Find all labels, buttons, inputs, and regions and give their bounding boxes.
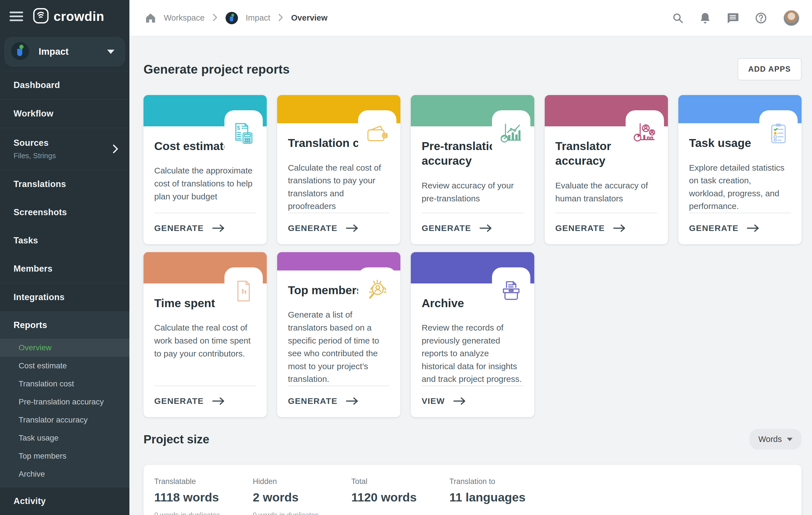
sidebar-item-label: Members bbox=[13, 264, 129, 274]
sidebar-item-workflow[interactable]: Workflow bbox=[0, 99, 129, 128]
sidebar-item-label: Reports bbox=[13, 320, 47, 330]
notifications-icon[interactable] bbox=[700, 12, 710, 24]
clipboard-checklist-icon bbox=[759, 110, 798, 158]
card-action-label: GENERATE bbox=[288, 223, 338, 233]
generate-button[interactable]: GENERATE bbox=[555, 213, 657, 244]
topbar-actions bbox=[672, 10, 800, 26]
card-action-label: GENERATE bbox=[555, 223, 605, 233]
stat-value: 1118 words bbox=[154, 490, 220, 504]
sidebar-item-screenshots[interactable]: Screenshots bbox=[0, 198, 129, 227]
breadcrumb-workspace[interactable]: Workspace bbox=[164, 13, 205, 23]
sidebar-item-reports-task-usage[interactable]: Task usage bbox=[0, 429, 129, 447]
chevron-right-icon bbox=[278, 13, 283, 23]
card-action-label: GENERATE bbox=[288, 396, 338, 406]
sidebar-item-members[interactable]: Members bbox=[0, 255, 129, 283]
sidebar-item-reports[interactable]: Reports bbox=[0, 312, 129, 339]
project-size-stat-translation-to: Translation to11 languages bbox=[450, 477, 526, 515]
report-card-pre-translation-accuracy: Pre-translation accuracyReview accuracy … bbox=[411, 95, 534, 244]
unit-selector[interactable]: Words bbox=[749, 429, 802, 450]
breadcrumb-project-avatar bbox=[226, 12, 238, 24]
menu-icon[interactable] bbox=[9, 11, 23, 21]
arrow-right-icon bbox=[212, 224, 225, 232]
generate-button[interactable]: GENERATE bbox=[689, 213, 791, 244]
project-switcher[interactable]: Impact bbox=[4, 37, 125, 66]
report-card-task-usage: Task usageExplore detailed statistics on… bbox=[678, 95, 802, 244]
generate-button[interactable]: GENERATE bbox=[154, 213, 256, 244]
arrow-right-icon bbox=[746, 224, 760, 232]
sidebar-item-reports-translation-cost[interactable]: Translation cost bbox=[0, 375, 129, 393]
sidebar-item-reports-translator-accuracy[interactable]: Translator accuracy bbox=[0, 411, 129, 429]
sidebar-item-translations[interactable]: Translations bbox=[0, 170, 129, 198]
sidebar-item-dashboard[interactable]: Dashboard bbox=[0, 71, 129, 99]
stat-note: 0 words in duplicates bbox=[154, 511, 220, 515]
stat-label: Translation to bbox=[450, 477, 526, 486]
generate-button[interactable]: GENERATE bbox=[288, 213, 390, 244]
report-cards-grid: $ Cost estimateCalculate the approximate… bbox=[144, 95, 802, 417]
unit-selector-value: Words bbox=[758, 435, 782, 444]
sidebar-item-label: Integrations bbox=[13, 292, 129, 302]
project-avatar bbox=[11, 42, 29, 61]
arrow-right-icon bbox=[345, 397, 359, 405]
sidebar-item-label: Workflow bbox=[13, 109, 129, 119]
arrow-right-icon bbox=[453, 397, 466, 405]
main-area: Workspace Impact Overview bbox=[129, 0, 812, 515]
card-description: Calculate the real cost of translations … bbox=[288, 161, 390, 213]
wallet-icon bbox=[358, 110, 397, 158]
generate-button[interactable]: GENERATE bbox=[154, 385, 256, 417]
generate-button[interactable]: GENERATE bbox=[422, 213, 523, 244]
breadcrumb-current: Overview bbox=[291, 13, 328, 23]
card-action-label: VIEW bbox=[422, 396, 445, 406]
add-apps-button[interactable]: ADD APPS bbox=[737, 58, 802, 80]
help-icon[interactable] bbox=[755, 12, 767, 24]
report-card-translator-accuracy: Translator accuracyEvaluate the accuracy… bbox=[545, 95, 668, 244]
content: Generate project reports ADD APPS $ Cost… bbox=[129, 36, 812, 515]
sidebar-header: crowdin bbox=[0, 0, 129, 33]
chevron-down-icon bbox=[107, 50, 114, 54]
project-size-stat-translatable: Translatable1118 words0 words in duplica… bbox=[154, 477, 220, 515]
generate-button[interactable]: GENERATE bbox=[288, 385, 390, 417]
card-description: Review the records of previously generat… bbox=[422, 321, 523, 385]
stat-note: 0 words in duplicates bbox=[253, 511, 318, 515]
app: crowdin Impact DashboardWorkflowSourcesF… bbox=[0, 0, 812, 515]
sidebar-item-reports-cost-estimate[interactable]: Cost estimate bbox=[0, 357, 129, 375]
sidebar-item-tasks[interactable]: Tasks bbox=[0, 227, 129, 255]
stat-value: 11 languages bbox=[450, 490, 526, 504]
sidebar-footer: Activity bbox=[0, 487, 129, 515]
report-card-top-members: Top membersGenerate a list of translator… bbox=[277, 252, 400, 417]
arrow-right-icon bbox=[613, 224, 626, 232]
page-title: Generate project reports bbox=[144, 62, 290, 77]
search-icon[interactable] bbox=[672, 12, 684, 24]
sidebar-item-reports-overview[interactable]: Overview bbox=[0, 339, 129, 357]
sidebar-item-reports-pre-translation-accuracy[interactable]: Pre-translation accuracy bbox=[0, 393, 129, 411]
crowdin-logo[interactable]: crowdin bbox=[33, 8, 104, 25]
sidebar-item-sources[interactable]: SourcesFiles, Strings bbox=[0, 128, 129, 170]
sidebar-item-reports-top-members[interactable]: Top members bbox=[0, 447, 129, 465]
project-size-stat-hidden: Hidden2 words0 words in duplicates bbox=[253, 477, 318, 515]
report-card-translation-cost: Translation costCalculate the real cost … bbox=[277, 95, 400, 244]
card-description: Review accuracy of your pre-translations bbox=[422, 179, 523, 205]
invoice-calculator-icon: $ bbox=[225, 110, 263, 158]
report-card-archive: ArchiveReview the records of previously … bbox=[411, 252, 534, 417]
project-size-title: Project size bbox=[144, 433, 209, 446]
crowdin-logo-icon bbox=[33, 8, 49, 25]
sidebar-item-integrations[interactable]: Integrations bbox=[0, 283, 129, 311]
messages-icon[interactable] bbox=[727, 12, 739, 24]
project-size-card: Translatable1118 words0 words in duplica… bbox=[144, 465, 802, 515]
breadcrumb-project[interactable]: Impact bbox=[246, 13, 270, 23]
project-size-stat-total: Total1120 words bbox=[351, 477, 417, 515]
user-avatar[interactable] bbox=[783, 10, 800, 26]
report-card-cost-estimate: $ Cost estimateCalculate the approximate… bbox=[144, 95, 267, 244]
view-button[interactable]: VIEW bbox=[422, 385, 523, 417]
sidebar-item-sublabel: Files, Strings bbox=[13, 151, 129, 160]
report-card-time-spent: Time spentCalculate the real cost of wor… bbox=[144, 252, 267, 417]
accuracy-chart-icon bbox=[492, 110, 530, 158]
sidebar-item-reports-archive[interactable]: Archive bbox=[0, 465, 129, 483]
arrow-right-icon bbox=[212, 397, 225, 405]
project-switcher-name: Impact bbox=[39, 46, 68, 57]
sidebar-nav: DashboardWorkflowSourcesFiles, StringsTr… bbox=[0, 71, 129, 311]
card-action-label: GENERATE bbox=[154, 223, 204, 233]
sidebar-reports-section: Reports OverviewCost estimateTranslation… bbox=[0, 311, 129, 487]
sidebar-item-label: Sources bbox=[13, 138, 129, 148]
sidebar-item-activity[interactable]: Activity bbox=[0, 487, 129, 515]
home-icon[interactable] bbox=[145, 13, 156, 23]
